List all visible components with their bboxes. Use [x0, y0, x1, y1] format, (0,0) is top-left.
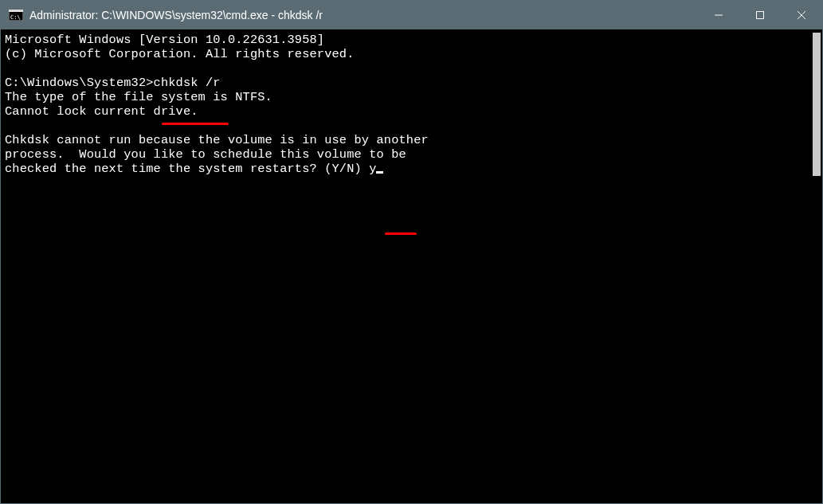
terminal-line	[5, 119, 809, 133]
terminal-line: C:\Windows\System32>chkdsk /r	[5, 76, 809, 90]
scrollbar[interactable]	[811, 33, 822, 500]
window-controls	[698, 1, 822, 29]
cmd-icon: C:\	[9, 9, 23, 21]
svg-rect-4	[757, 12, 764, 19]
cmd-window: C:\ Administrator: C:\WINDOWS\system32\c…	[0, 0, 823, 504]
window-title: Administrator: C:\WINDOWS\system32\cmd.e…	[29, 9, 698, 21]
terminal-line: Microsoft Windows [Version 10.0.22631.39…	[5, 33, 809, 47]
terminal-line: (c) Microsoft Corporation. All rights re…	[5, 47, 809, 61]
scrollbar-thumb[interactable]	[813, 33, 821, 176]
scrollbar-track[interactable]	[811, 176, 822, 500]
terminal-line: Chkdsk cannot run because the volume is …	[5, 133, 809, 147]
titlebar[interactable]: C:\ Administrator: C:\WINDOWS\system32\c…	[1, 1, 822, 29]
terminal-cursor	[376, 171, 383, 174]
minimize-button[interactable]	[698, 1, 739, 29]
svg-rect-1	[9, 10, 23, 12]
terminal-line: checked the next time the system restart…	[5, 162, 809, 176]
close-button[interactable]	[781, 1, 822, 29]
annotation-underline	[385, 232, 417, 235]
terminal-line	[5, 61, 809, 76]
client-area: Microsoft Windows [Version 10.0.22631.39…	[1, 29, 822, 503]
maximize-button[interactable]	[739, 1, 781, 29]
terminal-line: Cannot lock current drive.	[5, 104, 809, 119]
terminal-output[interactable]: Microsoft Windows [Version 10.0.22631.39…	[4, 33, 809, 500]
svg-text:C:\: C:\	[10, 14, 21, 21]
terminal-line: The type of the file system is NTFS.	[5, 90, 809, 104]
terminal-line: process. Would you like to schedule this…	[5, 147, 809, 162]
